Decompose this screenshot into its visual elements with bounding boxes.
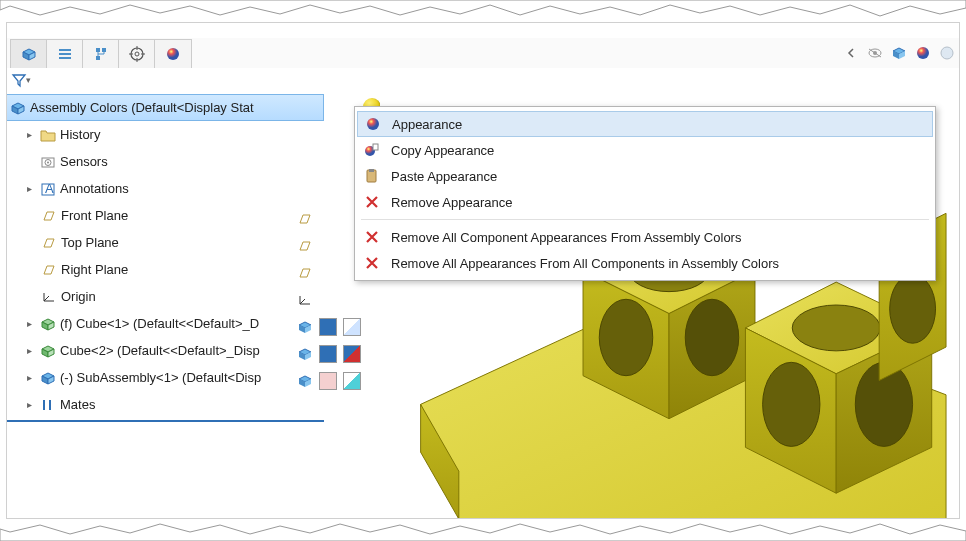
copy-appearance-icon — [363, 141, 381, 159]
origin-column — [296, 288, 313, 312]
plane-icon — [40, 234, 57, 251]
plane-icon-small[interactable] — [296, 265, 313, 282]
appearance-context-menu: Appearance Copy Appearance Paste Appeara… — [354, 106, 936, 281]
svg-rect-1 — [59, 53, 71, 55]
tree-label: Assembly Colors (Default<Display Stat — [30, 100, 254, 115]
assembly-icon — [20, 45, 37, 62]
part-icon-small[interactable] — [296, 346, 313, 363]
sensors-icon — [39, 153, 56, 170]
hide-show-icon[interactable] — [866, 44, 884, 62]
expand-icon[interactable]: ▸ — [24, 372, 35, 383]
tree-label: Right Plane — [61, 262, 128, 277]
svg-point-12 — [941, 47, 953, 59]
menu-paste-appearance[interactable]: Paste Appearance — [355, 163, 935, 189]
origin-icon-small[interactable] — [296, 292, 313, 309]
appearance-cell[interactable] — [343, 318, 361, 336]
menu-label: Appearance — [392, 117, 462, 132]
tree-label: Cube<2> (Default<<Default>_Disp — [60, 343, 260, 358]
menu-remove-all-all[interactable]: Remove All Appearances From All Componen… — [355, 250, 935, 276]
assembly-icon-small[interactable] — [296, 373, 313, 390]
dropdown-caret-icon[interactable]: ▾ — [26, 75, 31, 85]
tree-label: Mates — [60, 397, 95, 412]
tree-label: Annotations — [60, 181, 129, 196]
svg-rect-2 — [59, 57, 71, 59]
assembly-icon — [9, 99, 26, 116]
tree-annotations[interactable]: ▸ A Annotations — [6, 175, 324, 202]
menu-label: Paste Appearance — [391, 169, 497, 184]
feature-manager-toolbar — [6, 38, 960, 68]
svg-point-7 — [135, 52, 139, 56]
plane-icon-small[interactable] — [296, 238, 313, 255]
plane-column-front — [296, 207, 313, 231]
plane-icon — [40, 207, 57, 224]
tree-root-assembly[interactable]: Assembly Colors (Default<Display Stat — [6, 94, 324, 121]
svg-rect-0 — [59, 49, 71, 51]
remove-x-icon — [363, 228, 381, 246]
expand-icon[interactable]: ▸ — [24, 183, 35, 194]
expand-icon[interactable]: ▸ — [24, 129, 35, 140]
menu-separator — [361, 219, 929, 220]
tree-cube2[interactable]: ▸ Cube<2> (Default<<Default>_Disp — [6, 337, 324, 364]
svg-rect-4 — [102, 48, 106, 52]
folder-icon — [39, 126, 56, 143]
tree-mates[interactable]: ▸ Mates — [6, 391, 324, 418]
dimxpert-manager-tab[interactable] — [119, 40, 155, 68]
expand-icon[interactable]: ▸ — [24, 318, 35, 329]
part-icon-small[interactable] — [296, 319, 313, 336]
plane-icon-small[interactable] — [296, 211, 313, 228]
annotations-icon: A — [39, 180, 56, 197]
tree-subassembly[interactable]: ▸ (-) SubAssembly<1> (Default<Disp — [6, 364, 324, 391]
tree-label: Origin — [61, 289, 96, 304]
svg-rect-3 — [96, 48, 100, 52]
appearance-sphere-icon — [165, 45, 182, 62]
tree-front-plane[interactable]: Front Plane — [6, 202, 324, 229]
svg-rect-20 — [373, 144, 378, 150]
plane-column-top — [296, 234, 313, 258]
expand-icon[interactable]: ▸ — [24, 345, 35, 356]
appearance-icon[interactable] — [914, 44, 932, 62]
display-mode-icon[interactable] — [890, 44, 908, 62]
assembly-icon — [39, 369, 56, 386]
collapse-icon[interactable] — [842, 44, 860, 62]
display-mode-cell[interactable] — [319, 318, 337, 336]
display-mode-cell[interactable] — [319, 345, 337, 363]
svg-point-28 — [792, 305, 880, 351]
svg-rect-22 — [369, 169, 374, 172]
component-columns-cube2 — [296, 342, 361, 366]
tree-top-plane[interactable]: Top Plane — [6, 229, 324, 256]
plane-icon — [40, 261, 57, 278]
tree-origin[interactable]: Origin — [6, 283, 324, 310]
menu-remove-all-component[interactable]: Remove All Component Appearances From As… — [355, 224, 935, 250]
feature-manager-tab[interactable] — [11, 40, 47, 68]
tree-label: Front Plane — [61, 208, 128, 223]
tree-label: History — [60, 127, 100, 142]
tree-history[interactable]: ▸ History — [6, 121, 324, 148]
component-columns-subasm — [296, 369, 361, 393]
filter-row: ▾ — [10, 68, 31, 92]
expand-icon[interactable]: ▸ — [24, 399, 35, 410]
tree-right-plane[interactable]: Right Plane — [6, 256, 324, 283]
configuration-manager-tab[interactable] — [83, 40, 119, 68]
appearance-sphere-icon — [364, 115, 382, 133]
appearance-cell[interactable] — [343, 345, 361, 363]
tree-cube1[interactable]: ▸ (f) Cube<1> (Default<<Default>_D — [6, 310, 324, 337]
property-manager-tab[interactable] — [47, 40, 83, 68]
display-mode-cell[interactable] — [319, 372, 337, 390]
menu-remove-appearance[interactable]: Remove Appearance — [355, 189, 935, 215]
tree-separator — [6, 420, 324, 422]
torn-edge-top — [0, 0, 966, 22]
origin-icon — [40, 288, 57, 305]
menu-appearance[interactable]: Appearance — [357, 111, 933, 137]
tree-sensors[interactable]: ▸ Sensors — [6, 148, 324, 175]
paste-appearance-icon — [363, 167, 381, 185]
menu-label: Copy Appearance — [391, 143, 494, 158]
svg-point-23 — [599, 299, 652, 375]
list-icon — [56, 45, 73, 62]
menu-label: Remove All Appearances From All Componen… — [391, 256, 779, 271]
tree-label: (f) Cube<1> (Default<<Default>_D — [60, 316, 259, 331]
appearance-cell[interactable] — [343, 372, 361, 390]
menu-copy-appearance[interactable]: Copy Appearance — [355, 137, 935, 163]
display-manager-tab[interactable] — [155, 40, 191, 68]
svg-point-26 — [763, 362, 820, 446]
transparency-icon[interactable] — [938, 44, 956, 62]
